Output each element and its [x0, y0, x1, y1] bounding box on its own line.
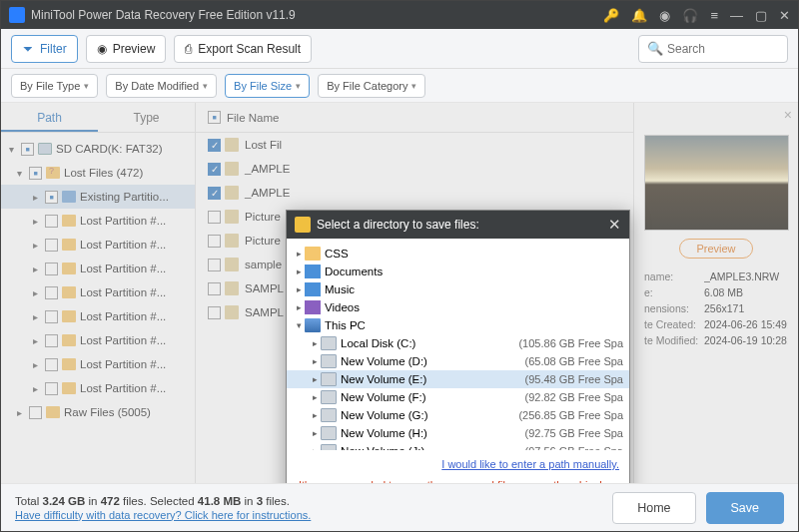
bell-icon[interactable]: 🔔: [631, 8, 647, 23]
chevron-down-icon: ▾: [296, 81, 301, 91]
drive-item[interactable]: ▸New Volume (F:)(92.82 GB Free Spa: [287, 388, 629, 406]
key-icon[interactable]: 🔑: [603, 8, 619, 23]
folder-icon: [305, 282, 321, 296]
dialog-close-icon[interactable]: ✕: [608, 216, 621, 234]
close-icon[interactable]: ✕: [779, 8, 790, 23]
dialog-title: Select a directory to save files:: [317, 218, 479, 232]
funnel-icon: ⏷: [22, 42, 34, 56]
pc-icon: [305, 318, 321, 332]
dialog-icon: [295, 217, 311, 233]
expand-icon[interactable]: ▸: [293, 266, 305, 276]
dir-label: Videos: [325, 301, 623, 313]
drive-icon: [321, 408, 337, 422]
toolbar: ⏷ Filter ◉ Preview ⎙ Export Scan Result …: [1, 29, 798, 69]
disc-icon[interactable]: ◉: [659, 8, 670, 23]
drive-free: (95.48 GB Free Spa: [525, 373, 623, 385]
dir-label: This PC: [325, 319, 623, 331]
drive-item[interactable]: ▸New Volume (G:)(256.85 GB Free Spa: [287, 406, 629, 424]
dir-label: Music: [325, 283, 623, 295]
drive-free: (105.86 GB Free Spa: [518, 337, 623, 349]
drive-item[interactable]: ▸New Volume (E:)(95.48 GB Free Spa: [287, 370, 629, 388]
filter-file-size[interactable]: By File Size▾: [225, 74, 310, 98]
drive-label: New Volume (D:): [341, 355, 525, 367]
chevron-down-icon: ▾: [84, 81, 89, 91]
help-link[interactable]: Have difficulty with data recovery? Clic…: [15, 509, 602, 521]
minimize-icon[interactable]: —: [730, 8, 743, 23]
drive-icon: [321, 336, 337, 350]
drive-icon: [321, 354, 337, 368]
drive-free: (65.08 GB Free Spa: [525, 355, 623, 367]
drive-label: Local Disk (C:): [341, 337, 518, 349]
folder-icon: [305, 265, 321, 278]
dialog-titlebar: Select a directory to save files: ✕: [287, 211, 629, 239]
export-label: Export Scan Result: [198, 42, 301, 56]
headphones-icon[interactable]: 🎧: [682, 8, 698, 23]
drive-label: New Volume (H:): [341, 427, 525, 439]
drive-item[interactable]: ▸New Volume (D:)(65.08 GB Free Spa: [287, 352, 629, 370]
dir-label: Documents: [325, 266, 623, 277]
save-directory-dialog: Select a directory to save files: ✕ ▸CSS…: [286, 210, 630, 483]
drive-item[interactable]: ▸Local Disk (C:)(105.86 GB Free Spa: [287, 334, 629, 352]
dir-item[interactable]: ▸Music: [287, 280, 629, 298]
chevron-down-icon: ▾: [203, 81, 208, 91]
manual-path-link[interactable]: I would like to enter a path manually.: [441, 458, 619, 470]
folder-icon: [305, 300, 321, 314]
search-input[interactable]: [667, 42, 779, 56]
export-icon: ⎙: [185, 42, 192, 56]
filter-date-modified[interactable]: By Date Modified▾: [106, 74, 217, 98]
statusbar: Total 3.24 GB in 472 files. Selected 41.…: [1, 483, 798, 531]
export-button[interactable]: ⎙ Export Scan Result: [174, 35, 312, 63]
status-text: Total 3.24 GB in 472 files. Selected 41.…: [15, 495, 290, 507]
directory-tree: ▸CSS▸Documents▸Music▸Videos▾This PC▸Loca…: [287, 239, 629, 450]
drive-item[interactable]: ▸New Volume (J:)(97.56 GB Free Spa: [287, 442, 629, 450]
dir-item[interactable]: ▸Videos: [287, 298, 629, 316]
app-title: MiniTool Power Data Recovery Free Editio…: [31, 8, 603, 22]
content-area: Path Type ▾SD CARD(K: FAT32) ▾Lost Files…: [1, 103, 798, 483]
filter-label: Filter: [40, 42, 67, 56]
expand-icon[interactable]: ▸: [309, 356, 321, 366]
filter-file-category[interactable]: By File Category▾: [318, 74, 425, 98]
maximize-icon[interactable]: ▢: [755, 8, 767, 23]
expand-icon[interactable]: ▸: [293, 284, 305, 294]
dir-item[interactable]: ▸CSS: [287, 245, 629, 263]
home-button[interactable]: Home: [612, 492, 695, 524]
collapse-icon[interactable]: ▾: [293, 320, 305, 330]
filter-button[interactable]: ⏷ Filter: [11, 35, 78, 63]
expand-icon[interactable]: ▸: [309, 428, 321, 438]
app-icon: [9, 7, 25, 23]
drive-item[interactable]: ▸New Volume (H:)(92.75 GB Free Spa: [287, 424, 629, 442]
drive-icon: [321, 426, 337, 440]
drive-label: New Volume (F:): [341, 391, 525, 403]
preview-button[interactable]: ◉ Preview: [86, 35, 167, 63]
dir-label: CSS: [325, 248, 623, 260]
preview-label: Preview: [113, 42, 156, 56]
warning-text: It's recommended to save the recovered f…: [287, 476, 629, 483]
drive-free: (256.85 GB Free Spa: [518, 409, 623, 421]
expand-icon[interactable]: ▸: [293, 249, 305, 259]
drive-label: New Volume (G:): [341, 409, 518, 421]
drive-free: (92.75 GB Free Spa: [525, 427, 623, 439]
expand-icon[interactable]: ▸: [309, 338, 321, 348]
filter-file-type[interactable]: By File Type▾: [11, 74, 98, 98]
drive-label: New Volume (E:): [341, 373, 525, 385]
expand-icon[interactable]: ▸: [309, 374, 321, 384]
expand-icon[interactable]: ▸: [309, 392, 321, 402]
drive-icon: [321, 372, 337, 386]
titlebar: MiniTool Power Data Recovery Free Editio…: [1, 1, 798, 29]
search-box[interactable]: 🔍: [638, 35, 788, 63]
expand-icon[interactable]: ▸: [309, 410, 321, 420]
expand-icon[interactable]: ▸: [293, 302, 305, 312]
dir-this-pc[interactable]: ▾This PC: [287, 316, 629, 334]
app-window: MiniTool Power Data Recovery Free Editio…: [0, 0, 799, 532]
search-icon: 🔍: [647, 41, 663, 56]
eye-icon: ◉: [97, 42, 107, 56]
chevron-down-icon: ▾: [411, 81, 416, 91]
drive-icon: [321, 390, 337, 404]
save-button[interactable]: Save: [706, 492, 785, 524]
dir-item[interactable]: ▸Documents: [287, 263, 629, 280]
folder-icon: [305, 247, 321, 261]
menu-icon[interactable]: ≡: [710, 8, 718, 23]
drive-free: (92.82 GB Free Spa: [525, 391, 623, 403]
filter-row: By File Type▾ By Date Modified▾ By File …: [1, 69, 798, 103]
